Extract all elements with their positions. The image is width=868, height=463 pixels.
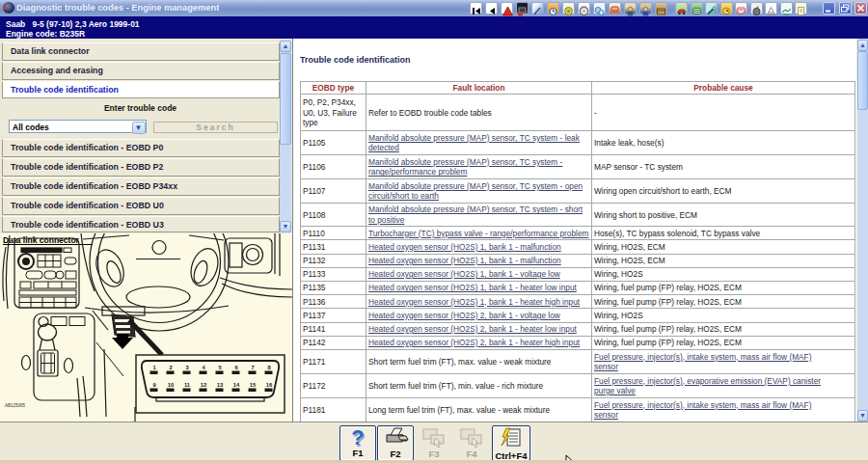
svg-text:2: 2 (169, 365, 172, 370)
svg-text:14: 14 (233, 382, 240, 388)
svg-text:16: 16 (266, 382, 273, 388)
svg-text:11: 11 (184, 382, 191, 388)
svg-text:15: 15 (250, 382, 257, 388)
svg-text:AB125065: AB125065 (5, 403, 26, 408)
svg-text:10: 10 (168, 382, 174, 388)
svg-text:7: 7 (251, 365, 254, 370)
svg-text:13: 13 (217, 382, 224, 388)
svg-text:Data link connector: Data link connector (3, 235, 80, 245)
svg-text:12: 12 (201, 382, 206, 388)
